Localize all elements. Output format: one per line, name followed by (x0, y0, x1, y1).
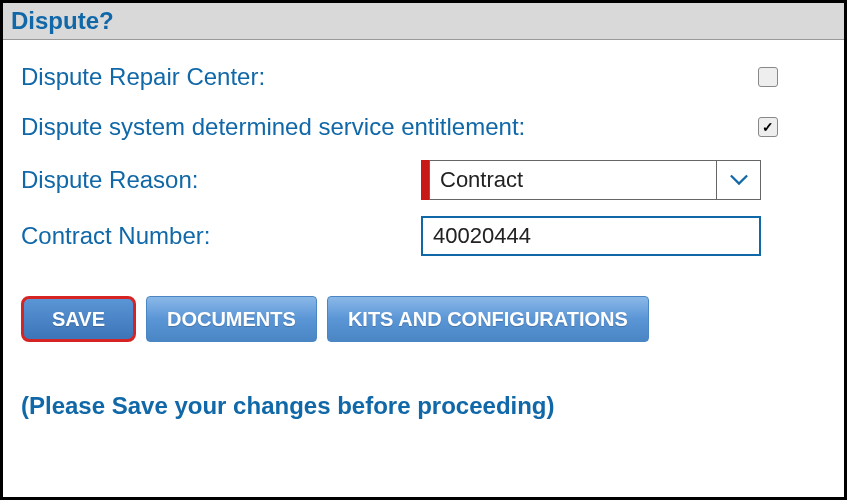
panel-title: Dispute? (11, 7, 114, 34)
required-indicator (421, 160, 429, 200)
select-dispute-reason[interactable]: Contract (421, 160, 761, 200)
kits-button[interactable]: KITS AND CONFIGURATIONS (327, 296, 649, 342)
save-button[interactable]: SAVE (21, 296, 136, 342)
row-contract-number: Contract Number: (21, 216, 826, 256)
checkbox-dispute-entitlement[interactable] (758, 117, 778, 137)
footer-note: (Please Save your changes before proceed… (21, 392, 826, 420)
checkbox-dispute-repair-center[interactable] (758, 67, 778, 87)
row-dispute-entitlement: Dispute system determined service entitl… (21, 110, 826, 144)
documents-button[interactable]: DOCUMENTS (146, 296, 317, 342)
button-bar: SAVE DOCUMENTS KITS AND CONFIGURATIONS (21, 296, 826, 342)
select-value: Contract (429, 160, 717, 200)
dispute-panel: Dispute? Dispute Repair Center: Dispute … (0, 0, 847, 500)
label-dispute-repair-center: Dispute Repair Center: (21, 63, 421, 91)
label-contract-number: Contract Number: (21, 222, 421, 250)
panel-header: Dispute? (3, 3, 844, 40)
input-contract-number[interactable] (421, 216, 761, 256)
label-dispute-reason: Dispute Reason: (21, 166, 421, 194)
label-dispute-entitlement: Dispute system determined service entitl… (21, 113, 661, 141)
row-dispute-repair-center: Dispute Repair Center: (21, 60, 826, 94)
chevron-down-icon[interactable] (717, 160, 761, 200)
panel-content: Dispute Repair Center: Dispute system de… (3, 40, 844, 432)
row-dispute-reason: Dispute Reason: Contract (21, 160, 826, 200)
